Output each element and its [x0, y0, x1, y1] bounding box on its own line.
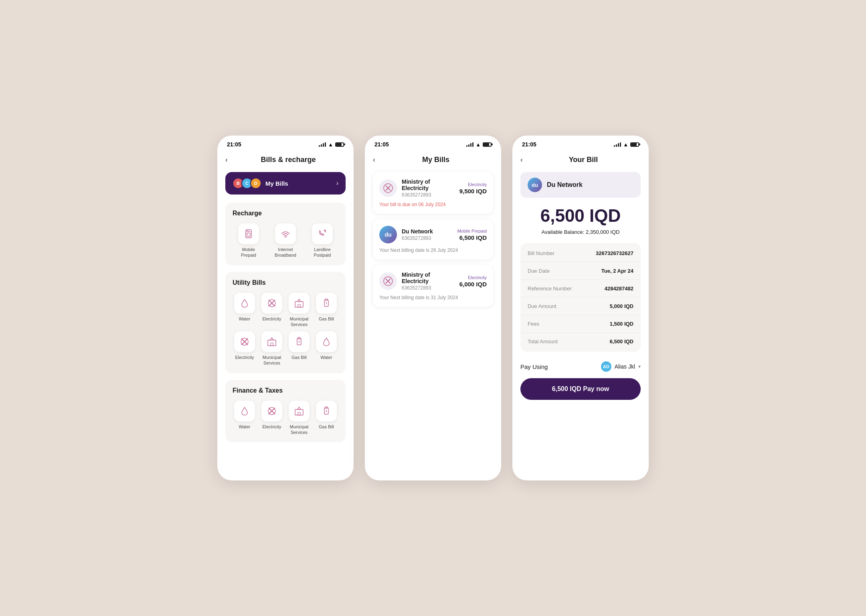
screen2-title: My Bills — [378, 156, 493, 164]
status-time-3: 21:05 — [522, 141, 536, 148]
water-icon-2 — [316, 331, 337, 352]
bill-right-1: Electricity 9,500 IQD — [459, 182, 487, 195]
gas-icon-2 — [289, 331, 310, 352]
utility-row1: Water Electricity MunicipalServices — [233, 293, 338, 328]
electricity-label-2: Electricity — [235, 355, 254, 360]
pay-using-right[interactable]: AD Alias Jkl ▾ — [601, 361, 641, 372]
bill-details-card: Bill Number 3267326732627 Due Date Tue, … — [520, 243, 641, 352]
recharge-landline-postpaid[interactable]: LandlinePostpaid — [306, 223, 338, 258]
bill-card-3[interactable]: Ministry of Electricity 63635272893 Elec… — [373, 265, 493, 307]
du-network-name: Du Network — [547, 181, 583, 188]
recharge-grid: MobilePrepaid InternetBroadband — [233, 223, 338, 258]
electricity-icon-3 — [261, 401, 282, 421]
finance-taxes-title: Finance & Taxes — [233, 387, 338, 394]
finance-gas[interactable]: Gas Bill — [314, 401, 338, 436]
screen-my-bills: 21:05 ▲ ‹ My Bills — [365, 136, 501, 480]
utility-electricity-1[interactable]: Electricity — [260, 293, 284, 328]
bill-card-1[interactable]: Ministry of Electricity 63635272893 Elec… — [373, 172, 493, 214]
bill-info-1: Ministry of Electricity 63635272893 — [402, 178, 455, 198]
utility-electricity-2[interactable]: Electricity — [233, 331, 257, 366]
status-icons-2: ▲ — [466, 142, 492, 148]
utility-bills-title: Utility Bills — [233, 279, 338, 286]
alias-name: Alias Jkl — [615, 363, 635, 370]
bill-name-3: Ministry of Electricity — [402, 272, 455, 284]
bill-type-1: Electricity — [459, 182, 487, 187]
electricity-bill-icon-1 — [379, 179, 397, 197]
electricity-bill-icon-2 — [379, 272, 397, 290]
available-balance-label: Available Balance: — [542, 229, 585, 235]
finance-electricity[interactable]: Electricity — [260, 401, 284, 436]
bill-name-1: Ministry of Electricity — [402, 178, 455, 191]
landline-postpaid-label: LandlinePostpaid — [314, 247, 331, 258]
utility-water-2[interactable]: Water — [314, 331, 338, 366]
my-bills-button[interactable]: B C D My Bills › — [225, 172, 346, 195]
finance-water[interactable]: Water — [233, 401, 257, 436]
building-icon-1 — [289, 293, 310, 314]
internet-broadband-label: InternetBroadband — [275, 247, 296, 258]
bill-info-2: Du Network 63635272893 — [402, 228, 453, 241]
finance-taxes-section: Finance & Taxes Water Electricity — [225, 380, 346, 443]
status-bar-3: 21:05 ▲ — [512, 136, 649, 150]
municipal-label-1: MunicipalServices — [290, 316, 308, 328]
bill-amount-2: 6,500 IQD — [457, 234, 487, 241]
nav-header-3: ‹ Your Bill — [512, 150, 649, 172]
bill-card-2[interactable]: du Du Network 63635272893 Mobile Prepaid… — [373, 219, 493, 259]
building-icon-2 — [261, 331, 282, 352]
pay-using-row: Pay Using AD Alias Jkl ▾ — [520, 361, 641, 372]
svg-rect-25 — [325, 407, 328, 408]
svg-point-2 — [285, 237, 286, 238]
utility-gas-1[interactable]: Gas Bill — [314, 293, 338, 328]
mobile-prepaid-label: MobilePrepaid — [241, 247, 256, 258]
sim-icon — [238, 223, 259, 244]
reference-number-label: Reference Number — [528, 286, 572, 292]
utility-water-1[interactable]: Water — [233, 293, 257, 328]
back-button-1[interactable]: ‹ — [225, 154, 231, 166]
utility-municipal-1[interactable]: MunicipalServices — [287, 293, 311, 328]
nav-header-2: ‹ My Bills — [365, 150, 501, 172]
status-bar-1: 21:05 ▲ — [217, 136, 354, 150]
screen-bills-recharge: 21:05 ▲ ‹ Bills & recharge B — [217, 136, 354, 480]
bill-amount-1: 9,500 IQD — [459, 188, 487, 195]
nav-header-1: ‹ Bills & recharge — [217, 150, 354, 172]
phone-icon — [312, 223, 333, 244]
electricity-icon-2 — [234, 331, 255, 352]
utility-gas-2[interactable]: Gas Bill — [287, 331, 311, 366]
battery-icon-3 — [630, 142, 639, 147]
recharge-mobile-prepaid[interactable]: MobilePrepaid — [233, 223, 265, 258]
svg-rect-1 — [247, 233, 250, 236]
finance-municipal[interactable]: MunicipalServices — [287, 401, 311, 436]
bill-card-3-top: Ministry of Electricity 63635272893 Elec… — [379, 272, 487, 291]
back-button-2[interactable]: ‹ — [373, 154, 378, 166]
wifi-status-icon-2: ▲ — [475, 142, 481, 148]
wifi-status-icon-3: ▲ — [623, 142, 628, 148]
bill-card-1-top: Ministry of Electricity 63635272893 Elec… — [379, 178, 487, 198]
signal-bars-1 — [319, 142, 326, 147]
bill-amount-3: 6,000 IQD — [459, 281, 487, 288]
detail-total-amount: Total Amount 6,500 IQD — [520, 333, 641, 350]
water-icon-1 — [234, 293, 255, 314]
bill-right-3: Electricity 6,000 IQD — [459, 275, 487, 288]
back-button-3[interactable]: ‹ — [520, 154, 526, 166]
fees-label: Fees — [528, 321, 539, 327]
recharge-internet-broadband[interactable]: InternetBroadband — [269, 223, 301, 258]
finance-municipal-label: MunicipalServices — [290, 424, 308, 436]
status-bar-2: 21:05 ▲ — [365, 136, 501, 150]
svg-rect-15 — [271, 343, 273, 346]
svg-rect-9 — [325, 299, 328, 300]
my-bills-label: My Bills — [265, 180, 288, 187]
bill-account-1: 63635272893 — [402, 192, 455, 198]
your-bill-amount: 6,500 IQD — [520, 206, 641, 226]
water-label-2: Water — [321, 355, 332, 360]
signal-bars-2 — [466, 142, 473, 147]
pay-now-button[interactable]: 6,500 IQD Pay now — [520, 378, 641, 400]
du-banner-icon: du — [528, 178, 542, 192]
due-amount-label: Due Amount — [528, 303, 556, 309]
avatar-3: D — [250, 178, 261, 189]
screen-your-bill: 21:05 ▲ ‹ Your Bill du Du Network — [512, 136, 649, 480]
recharge-section: Recharge MobilePrepaid — [225, 203, 346, 265]
screen1-title: Bills & recharge — [231, 156, 346, 164]
bill-info-3: Ministry of Electricity 63635272893 — [402, 272, 455, 291]
detail-fees: Fees 1,500 IQD — [520, 315, 641, 333]
utility-municipal-2[interactable]: MunicipalServices — [260, 331, 284, 366]
building-icon-3 — [289, 401, 310, 421]
